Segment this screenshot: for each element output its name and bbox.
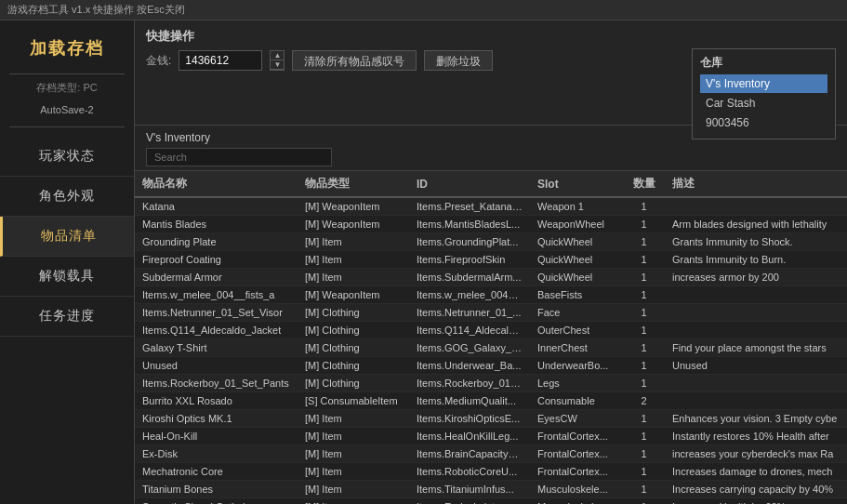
- cell-name: Items.w_melee_004__fists_a: [135, 286, 298, 304]
- sidebar-item-unlock-vehicles[interactable]: 解锁载具: [0, 257, 134, 297]
- cell-name: Heal-On-Kill: [135, 428, 298, 445]
- warehouse-item-car-stash[interactable]: Car Stash: [700, 94, 827, 113]
- cell-name: Ex-Disk: [135, 445, 298, 463]
- sidebar-item-char-appearance[interactable]: 角色外观: [0, 177, 134, 217]
- spin-up-button[interactable]: ▲: [271, 51, 284, 60]
- cell-desc: Increases Health by 60%: [665, 498, 847, 505]
- table-row[interactable]: Burrito XXL Rosado [S] ConsumableItem It…: [135, 392, 847, 410]
- cell-id: Items.RoboticCoreU...: [409, 463, 530, 481]
- cell-count: 1: [623, 216, 665, 233]
- table-row[interactable]: Synaptic Singal Optimizer [M] Item Items…: [135, 498, 847, 505]
- sidebar-divider: [9, 73, 125, 74]
- title-bar: 游戏存档工具 v1.x 快捷操作 按Esc关闭: [0, 0, 847, 20]
- cell-desc: increases armor by 200: [665, 269, 847, 286]
- cell-desc: increases your cyberdeck's max Ra: [665, 445, 847, 463]
- table-row[interactable]: Mechatronic Core [M] Item Items.RoboticC…: [135, 463, 847, 481]
- table-row[interactable]: Items.Rockerboy_01_Set_Pants [M] Clothin…: [135, 375, 847, 392]
- cell-type: [S] ConsumableItem: [298, 392, 409, 410]
- sidebar-item-inventory[interactable]: 物品清单: [0, 217, 134, 257]
- cell-id: Items.Preset_Katana_....: [409, 197, 530, 216]
- cell-count: 2: [623, 392, 665, 410]
- cell-name: Synaptic Singal Optimizer: [135, 498, 298, 505]
- table-row[interactable]: Fireproof Coating [M] Item Items.Firepro…: [135, 251, 847, 269]
- cell-type: [M] Item: [298, 251, 409, 269]
- sidebar-item-mission-progress[interactable]: 任务进度: [0, 297, 134, 337]
- money-label: 金钱:: [146, 53, 171, 69]
- sidebar-savetype: 存档类型: PC: [0, 79, 134, 102]
- cell-name: Katana: [135, 197, 298, 216]
- col-header-id: ID: [409, 171, 530, 197]
- sidebar-title: 加载存档: [0, 28, 134, 73]
- inventory-table-container[interactable]: 物品名称 物品类型 ID Slot 数量 描述 Katana [M] Weapo…: [135, 171, 847, 504]
- cell-count: 1: [623, 233, 665, 251]
- cell-desc: [665, 392, 847, 410]
- cell-desc: Enhances your vision. 3 Empty cybe: [665, 410, 847, 428]
- cell-type: [M] Item: [298, 463, 409, 481]
- cell-name: Unused: [135, 357, 298, 375]
- cell-slot: QuickWheel: [530, 269, 623, 286]
- main-layout: 加载存档 存档类型: PC AutoSave-2 玩家状态 角色外观 物品清单 …: [0, 20, 847, 504]
- money-row: 金钱: ▲ ▼ 清除所有物品感叹号 删除垃圾: [146, 50, 682, 71]
- table-row[interactable]: Galaxy T-Shirt [M] Clothing Items.GOG_Ga…: [135, 339, 847, 357]
- cell-type: [M] Clothing: [298, 357, 409, 375]
- cell-slot: QuickWheel: [530, 251, 623, 269]
- col-header-type: 物品类型: [298, 171, 409, 197]
- table-row[interactable]: Items.w_melee_004__fists_a [M] WeaponIte…: [135, 286, 847, 304]
- cell-id: Items.w_melee_004_....: [409, 286, 530, 304]
- cell-slot: BaseFists: [530, 286, 623, 304]
- money-input[interactable]: [179, 50, 262, 71]
- cell-slot: Face: [530, 304, 623, 322]
- cell-count: 1: [623, 410, 665, 428]
- cell-id: Items.Underwear_Ba...: [409, 357, 530, 375]
- cell-id: Items.TitaniumInfus...: [409, 481, 530, 498]
- cell-slot: UnderwearBo...: [530, 357, 623, 375]
- clear-senses-button[interactable]: 清除所有物品感叹号: [292, 50, 417, 71]
- cell-id: Items.FireproofSkin: [409, 251, 530, 269]
- delete-junk-button[interactable]: 删除垃圾: [424, 50, 493, 71]
- cell-count: 1: [623, 304, 665, 322]
- cell-name: Grounding Plate: [135, 233, 298, 251]
- cell-desc: Grants Immunity to Shock.: [665, 233, 847, 251]
- table-row[interactable]: Mantis Blades [M] WeaponItem Items.Manti…: [135, 216, 847, 233]
- cell-count: 1: [623, 197, 665, 216]
- cell-id: Items.SubdermalArm...: [409, 269, 530, 286]
- cell-slot: FrontalCortex...: [530, 428, 623, 445]
- spin-down-button[interactable]: ▼: [271, 60, 284, 70]
- cell-desc: Grants Immunity to Burn.: [665, 251, 847, 269]
- cell-name: Burrito XXL Rosado: [135, 392, 298, 410]
- sidebar: 加载存档 存档类型: PC AutoSave-2 玩家状态 角色外观 物品清单 …: [0, 20, 135, 504]
- cell-id: Items.BrainCapacityB...: [409, 445, 530, 463]
- search-input[interactable]: [146, 148, 332, 166]
- table-row[interactable]: Heal-On-Kill [M] Item Items.HealOnKillLe…: [135, 428, 847, 445]
- sidebar-item-player-status[interactable]: 玩家状态: [0, 137, 134, 177]
- cell-desc: Unused: [665, 357, 847, 375]
- warehouse-item-9003456[interactable]: 9003456: [700, 113, 827, 132]
- cell-count: 1: [623, 322, 665, 339]
- cell-name: Galaxy T-Shirt: [135, 339, 298, 357]
- table-row[interactable]: Grounding Plate [M] Item Items.Grounding…: [135, 233, 847, 251]
- sidebar-autosave: AutoSave-2: [9, 102, 125, 127]
- table-row[interactable]: Kiroshi Optics MK.1 [M] Item Items.Kiros…: [135, 410, 847, 428]
- cell-slot: FrontalCortex...: [530, 445, 623, 463]
- warehouse-panel: 仓库 V's Inventory Car Stash 9003456: [692, 48, 836, 139]
- cell-name: Subdermal Armor: [135, 269, 298, 286]
- table-row[interactable]: Ex-Disk [M] Item Items.BrainCapacityB...…: [135, 445, 847, 463]
- cell-desc: [665, 304, 847, 322]
- content-area: 快捷操作 金钱: ▲ ▼ 清除所有物品感叹号 删除垃圾 仓库 V's Inven…: [135, 20, 847, 504]
- cell-id: Items.Rockerboy_01_...: [409, 375, 530, 392]
- table-row[interactable]: Unused [M] Clothing Items.Underwear_Ba..…: [135, 357, 847, 375]
- table-row[interactable]: Items.Q114_Aldecaldo_Jacket [M] Clothing…: [135, 322, 847, 339]
- cell-type: [M] WeaponItem: [298, 216, 409, 233]
- table-row[interactable]: Titanium Bones [M] Item Items.TitaniumIn…: [135, 481, 847, 498]
- table-row[interactable]: Katana [M] WeaponItem Items.Preset_Katan…: [135, 197, 847, 216]
- warehouse-item-v-inventory[interactable]: V's Inventory: [700, 74, 827, 93]
- cell-name: Mantis Blades: [135, 216, 298, 233]
- cell-type: [M] Item: [298, 233, 409, 251]
- title-bar-text: 游戏存档工具 v1.x 快捷操作 按Esc关闭: [7, 3, 185, 17]
- cell-name: Items.Netrunner_01_Set_Visor: [135, 304, 298, 322]
- cell-slot: QuickWheel: [530, 233, 623, 251]
- cell-count: 1: [623, 269, 665, 286]
- table-row[interactable]: Subdermal Armor [M] Item Items.Subdermal…: [135, 269, 847, 286]
- table-row[interactable]: Items.Netrunner_01_Set_Visor [M] Clothin…: [135, 304, 847, 322]
- cell-type: [M] Item: [298, 410, 409, 428]
